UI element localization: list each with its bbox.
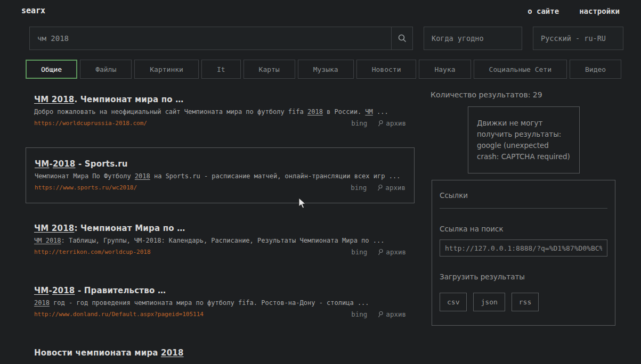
links-box: Ссылки Ссылка на поиск Загрузить результ… (432, 180, 615, 326)
about-link[interactable]: о сайте (528, 7, 559, 15)
category-tab-картинки[interactable]: Картинки (134, 60, 199, 79)
link-icon (378, 249, 384, 255)
download-button-json[interactable]: json (473, 293, 505, 311)
search-input[interactable] (30, 27, 391, 49)
cached-label: архив (386, 119, 406, 127)
result-snippet: ЧМ 2018: Таблицы, Группы, ЧМ-2018: Кален… (34, 237, 406, 244)
link-icon (378, 311, 384, 318)
result-bottom: http://www.donland.ru/Default.aspx?pagei… (34, 310, 406, 318)
download-results-label: Загрузить результаты (440, 272, 607, 281)
category-tab-наука[interactable]: Наука (419, 60, 470, 79)
download-buttons: csvjsonrss (440, 293, 607, 311)
search-result: ЧМ 2018. Чемпионат мира по … Добро пожал… (26, 95, 415, 127)
result-url: https://worldcuprussia-2018.com/ (34, 120, 147, 127)
link-icon (378, 120, 384, 127)
result-url: http://www.donland.ru/Default.aspx?pagei… (34, 311, 204, 318)
result-cached-link[interactable]: архив (378, 310, 406, 318)
search-url-input[interactable] (440, 239, 607, 257)
result-bottom: http://terrikon.com/worldcup-2018 bing а… (34, 248, 406, 256)
time-range-select[interactable]: Когда угодно (424, 27, 522, 50)
header-links: о сайте настройки (528, 7, 620, 15)
result-cached-link[interactable]: архив (378, 119, 406, 127)
searx-logo[interactable]: searx (21, 6, 45, 15)
category-tabs: ОбщиеФайлыКартинкиItКартыМузыкаНовостиНа… (26, 60, 621, 79)
link-icon (377, 184, 384, 191)
result-snippet: 2018 год - год проведения чемпионата мир… (34, 299, 406, 307)
cached-label: архив (386, 248, 406, 256)
result-engine-label: bing (351, 184, 367, 192)
links-box-title: Ссылки (440, 191, 607, 209)
result-url: https://www.sports.ru/wc2018/ (35, 184, 137, 191)
search-icon (397, 34, 407, 43)
category-tab-социальные-сети[interactable]: Социальные Сети (474, 60, 567, 79)
result-count: Количество результатов: 29 (431, 90, 542, 99)
category-tab-общие[interactable]: Общие (26, 60, 77, 79)
result-title[interactable]: ЧМ 2018: Чемпионат Мира по … (34, 224, 406, 233)
result-meta: bing архив (351, 310, 406, 318)
category-tab-файлы[interactable]: Файлы (80, 60, 132, 79)
download-button-csv[interactable]: csv (440, 293, 467, 311)
language-select[interactable]: Русский - ru-RU (533, 27, 623, 50)
result-engine-label: bing (351, 248, 367, 256)
result-title[interactable]: ЧМ-2018 - Sports.ru (35, 159, 405, 169)
category-tab-видео[interactable]: Видео (570, 60, 621, 79)
cached-label: архив (385, 184, 405, 192)
result-cached-link[interactable]: архив (378, 248, 406, 256)
search-result: Новости чемпионата мира 2018 (26, 348, 415, 358)
category-tab-новости[interactable]: Новости (356, 60, 417, 79)
category-tab-музыка[interactable]: Музыка (298, 60, 354, 79)
results-list: ЧМ 2018. Чемпионат мира по … Добро пожал… (26, 95, 415, 364)
search-box (29, 27, 413, 50)
result-bottom: https://www.sports.ru/wc2018/ bing архив (35, 184, 405, 192)
search-result: ЧМ-2018 - Правительство … 2018 год - год… (26, 286, 415, 318)
result-title[interactable]: Новости чемпионата мира 2018 (34, 348, 406, 358)
result-bottom: https://worldcuprussia-2018.com/ bing ар… (34, 119, 406, 127)
result-title[interactable]: ЧМ-2018 - Правительство … (34, 286, 406, 295)
result-url: http://terrikon.com/worldcup-2018 (34, 249, 151, 255)
search-button[interactable] (391, 27, 412, 49)
result-engine-label: bing (351, 310, 367, 318)
category-tab-карты[interactable]: Карты (244, 60, 295, 79)
search-url-label: Ссылка на поиск (440, 225, 607, 233)
result-snippet: Чемпионат Мира По Футболу 2018 на Sports… (35, 172, 405, 180)
category-tab-it[interactable]: It (201, 60, 241, 79)
result-engine-label: bing (351, 119, 367, 127)
download-button-rss[interactable]: rss (512, 293, 539, 311)
result-title[interactable]: ЧМ 2018. Чемпионат мира по … (34, 95, 406, 104)
result-snippet: Добро пожаловать на неофициальный сайт Ч… (34, 108, 406, 115)
result-cached-link[interactable]: архив (377, 184, 405, 192)
result-meta: bing архив (351, 248, 406, 256)
engine-error-box: Движки не могут получить результаты: goo… (468, 106, 580, 173)
preferences-link[interactable]: настройки (579, 7, 620, 15)
result-meta: bing архив (351, 119, 406, 127)
search-result: ЧМ-2018 - Sports.ru Чемпионат Мира По Фу… (26, 147, 415, 203)
result-meta: bing архив (351, 184, 405, 192)
cached-label: архив (386, 310, 406, 318)
search-result: ЧМ 2018: Чемпионат Мира по … ЧМ 2018: Та… (26, 224, 415, 256)
